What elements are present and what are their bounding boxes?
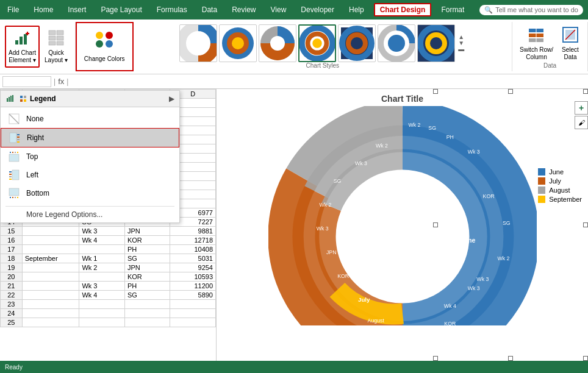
svg-rect-88 [10, 197, 11, 198]
svg-rect-76 [17, 141, 20, 143]
svg-rect-75 [17, 139, 20, 140]
submenu-arrow-icon: ▶ [169, 94, 174, 103]
tell-me-box[interactable]: 🔍 Tell me what you want to do [479, 5, 583, 15]
legend-left-option[interactable]: Left [1, 166, 179, 184]
switch-row-column-button[interactable]: Switch Row/Column [517, 25, 556, 62]
tab-file[interactable]: File [0, 2, 26, 18]
tab-page-layout[interactable]: Page Layout [93, 2, 149, 18]
legend-icon [19, 94, 27, 103]
svg-rect-63 [9, 97, 10, 102]
svg-rect-86 [9, 179, 12, 180]
ribbon-content: Add ChartElement ▾ QuickLayout ▾ [0, 20, 588, 74]
svg-rect-85 [9, 176, 12, 177]
tab-review[interactable]: Review [224, 2, 263, 18]
resize-handle-ml[interactable] [433, 222, 438, 227]
quick-layout-button[interactable]: QuickLayout ▾ [42, 28, 70, 65]
group-add-chart: Add ChartElement ▾ QuickLayout ▾ [0, 22, 76, 71]
legend-top-option[interactable]: Top [1, 147, 179, 166]
row-num: 20 [1, 272, 23, 282]
resize-handle-mr[interactable] [583, 222, 588, 227]
svg-point-28 [388, 35, 405, 52]
svg-rect-7 [49, 36, 56, 40]
legend-label-july: July [549, 177, 561, 185]
legend-right-option[interactable]: Right [1, 128, 179, 147]
svg-point-14 [106, 40, 113, 48]
top-option-icon [8, 151, 20, 163]
svg-text:JPN: JPN [326, 249, 336, 255]
svg-rect-72 [10, 133, 16, 143]
row-num: 24 [1, 309, 23, 318]
insert-function-button[interactable]: fx [58, 77, 64, 86]
tab-data[interactable]: Data [195, 2, 224, 18]
tab-chart-design[interactable]: Chart Design [374, 3, 432, 16]
chart-style-4[interactable] [298, 24, 336, 62]
resize-handle-tr[interactable] [583, 89, 588, 94]
legend-header-btn[interactable]: Legend [19, 94, 169, 103]
row-num: 17 [1, 245, 23, 254]
svg-rect-10 [57, 41, 63, 45]
svg-point-37 [360, 195, 443, 278]
chart-style-7[interactable] [417, 24, 455, 62]
add-element-button[interactable]: + [575, 101, 588, 115]
svg-text:Wk 3: Wk 3 [316, 226, 328, 232]
svg-rect-90 [15, 197, 16, 198]
legend-panel: June July August September [538, 168, 582, 203]
search-icon: 🔍 [484, 6, 493, 14]
tab-formulas[interactable]: Formulas [149, 2, 195, 18]
chart-style-3[interactable] [259, 24, 296, 62]
chart-title: Chart Title [221, 94, 583, 104]
legend-color-june [538, 168, 545, 176]
tab-help[interactable]: Help [342, 2, 371, 18]
right-label: Right [27, 133, 44, 142]
svg-text:Wk 2: Wk 2 [375, 143, 387, 149]
tab-insert[interactable]: Insert [60, 2, 93, 18]
menu-section-legend: None Right [1, 107, 179, 205]
name-box[interactable] [2, 76, 51, 87]
resize-handle-tm[interactable] [508, 89, 513, 94]
chart-styles-label: Chart Styles [306, 62, 339, 70]
svg-text:Wk 3: Wk 3 [476, 276, 489, 282]
tab-view[interactable]: View [264, 2, 294, 18]
add-chart-element-button[interactable]: Add ChartElement ▾ [5, 26, 40, 68]
chart-brush-button[interactable]: 🖌 [575, 116, 588, 129]
select-data-button[interactable]: SelectData [558, 25, 583, 62]
change-colors-button[interactable]: Change Colors [82, 28, 127, 65]
donut-chart: June SG KOR Wk 2 Wk 3 SG PH Wk 3 Wk 2 KO… [268, 106, 537, 325]
tab-home[interactable]: Home [26, 2, 60, 18]
svg-text:KOR: KOR [444, 321, 456, 325]
chart-element-controls: + 🖌 [575, 101, 588, 129]
table-row: 25 [1, 318, 216, 327]
tab-format[interactable]: Format [434, 2, 471, 18]
svg-rect-67 [20, 99, 23, 102]
row-num: 21 [1, 282, 23, 291]
svg-rect-77 [9, 154, 19, 162]
svg-rect-9 [49, 41, 56, 45]
scroll-more-icon[interactable]: ▬ [458, 46, 464, 52]
data-group-label: Data [543, 62, 556, 69]
resize-handle-bm[interactable] [508, 356, 513, 361]
bottom-label: Bottom [26, 189, 49, 197]
legend-none-option[interactable]: None [1, 110, 179, 128]
resize-handle-br[interactable] [583, 356, 588, 361]
chart-style-5[interactable] [338, 24, 376, 62]
svg-rect-81 [17, 152, 18, 153]
table-row: 20KOR10593 [1, 272, 216, 282]
more-legend-options[interactable]: More Legend Options... [1, 208, 179, 222]
chart-style-1[interactable] [179, 24, 217, 62]
legend-bottom-option[interactable]: Bottom [1, 184, 179, 202]
svg-rect-2 [24, 34, 27, 44]
legend-color-september [538, 196, 545, 203]
formula-input[interactable] [71, 77, 586, 86]
svg-rect-6 [57, 30, 63, 35]
resize-handle-bl[interactable] [433, 356, 438, 361]
chart-style-6[interactable] [378, 24, 415, 62]
chart-styles-scroll[interactable]: ▲ ▼ ▬ [457, 34, 465, 52]
table-row: 15Wk 3JPN9881 [1, 227, 216, 236]
svg-rect-1 [20, 37, 23, 44]
chart-style-2[interactable] [219, 24, 257, 62]
resize-handle-tl[interactable] [433, 89, 438, 94]
none-option-icon [8, 113, 20, 125]
svg-point-30 [428, 35, 445, 52]
tab-developer[interactable]: Developer [293, 2, 342, 18]
svg-rect-79 [12, 152, 13, 153]
